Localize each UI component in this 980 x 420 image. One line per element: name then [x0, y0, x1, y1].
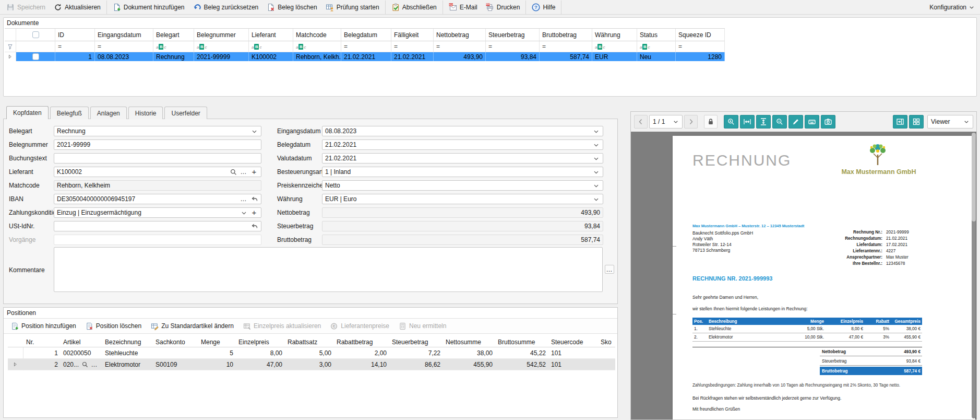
toolbar-button-10[interactable]: ?Hilfe	[528, 1, 559, 14]
toolbar-button-3[interactable]: Dokument hinzufügen	[109, 1, 189, 14]
row-checkbox[interactable]	[32, 53, 39, 60]
positions-row[interactable]: 100200050Stehleuchte58,005,002,007,2238,…	[8, 347, 615, 359]
besteuerungsart-field[interactable]: 1 | Inland	[322, 167, 603, 177]
documents-filter-cell[interactable]: =	[434, 41, 486, 52]
thumbnails-button[interactable]	[909, 115, 924, 129]
toolbar-button-7[interactable]: Abschließen	[387, 1, 441, 14]
comments-more-button[interactable]: …	[605, 265, 614, 274]
toolbar-button-9[interactable]: PDFDrucken	[482, 1, 524, 14]
chevron-down-icon[interactable]	[250, 127, 258, 135]
zoom-out-button[interactable]	[772, 115, 787, 129]
toolbar-button-6[interactable]: Prüfung starten	[321, 1, 384, 14]
positions-button-3[interactable]: Zu Standardartikel ändern	[147, 320, 238, 332]
ust-idnr--field[interactable]	[54, 221, 261, 231]
chevron-down-icon[interactable]	[592, 127, 600, 135]
documents-filter-cell[interactable]: =	[55, 41, 95, 52]
documents-filter-cell[interactable]: aBc	[637, 41, 676, 52]
keyboard-button[interactable]	[805, 115, 819, 129]
viewer-mode-combo[interactable]: Viewer	[927, 115, 973, 129]
positions-button-2[interactable]: Position löschen	[81, 320, 146, 332]
chevron-down-icon[interactable]	[592, 195, 600, 203]
next-page-button[interactable]	[684, 115, 698, 129]
chevron-down-icon[interactable]	[592, 154, 600, 162]
matchcode-field[interactable]: Rehborn, Kelkheim	[54, 180, 261, 191]
documents-column-header[interactable]: Eingangsdatum	[95, 29, 153, 41]
tab-belegfuß[interactable]: Belegfuß	[50, 107, 89, 119]
belegnummer-field[interactable]: 2021-99999	[54, 139, 261, 150]
documents-column-header[interactable]: Bruttobetrag	[540, 29, 592, 41]
documents-column-header[interactable]: Matchcode	[293, 29, 341, 41]
positions-column-header[interactable]: Rabattbetrag	[334, 337, 389, 347]
documents-filter-cell[interactable]: aBc	[194, 41, 249, 52]
chevron-down-icon[interactable]	[592, 181, 600, 190]
documents-row[interactable]: 108.08.2023Rechnung2021-99999K100002Rehb…	[5, 52, 725, 61]
chevron-down-icon[interactable]	[240, 208, 248, 217]
select-all-checkbox-cell[interactable]	[16, 29, 55, 41]
tab-historie[interactable]: Historie	[128, 107, 163, 119]
select-all-checkbox[interactable]	[32, 31, 39, 38]
positions-column-header[interactable]: Sko	[598, 337, 615, 347]
valutadatum-field[interactable]: 21.02.2021	[322, 153, 603, 164]
viewer-scrollbar[interactable]	[972, 133, 976, 418]
belegart-field[interactable]: Rechnung	[54, 126, 261, 136]
positions-column-header[interactable]: Nr.	[23, 337, 61, 347]
währung-field[interactable]: EUR | Euro	[322, 194, 603, 204]
documents-filter-cell[interactable]: =	[676, 41, 725, 52]
documents-column-header[interactable]: Währung	[592, 29, 637, 41]
filter-row-cell[interactable]	[5, 41, 16, 52]
documents-filter-cell[interactable]: aBc	[153, 41, 194, 52]
page-number-combo[interactable]: 1 / 1	[649, 115, 683, 129]
positions-column-header[interactable]: Bezeichnung	[102, 337, 153, 347]
tab-kopfdaten[interactable]: Kopfdaten	[6, 106, 49, 119]
tab-anlagen[interactable]: Anlagen	[90, 107, 127, 119]
documents-filter-cell[interactable]: =	[341, 41, 391, 52]
documents-column-header[interactable]: Steuerbetrag	[486, 29, 540, 41]
snapshot-button[interactable]	[821, 115, 835, 129]
preiskennzeichen-field[interactable]: Netto	[322, 180, 603, 191]
lock-button[interactable]	[704, 115, 718, 129]
toolbar-button-4[interactable]: Beleg zurücksetzen	[189, 1, 263, 14]
documents-column-header[interactable]: Squeeze ID	[676, 29, 725, 41]
iban-field[interactable]: DE30500400000006945197…	[54, 194, 261, 204]
documents-column-header[interactable]: Belegdatum	[341, 29, 391, 41]
positions-column-header[interactable]: Artikel	[61, 337, 102, 347]
toolbar-button-2[interactable]: Aktualisieren	[50, 1, 105, 14]
documents-filter-cell[interactable]: aBc	[293, 41, 341, 52]
lieferant-field[interactable]: K100002…+	[54, 167, 261, 177]
positions-row[interactable]: 2020...…ElektromotorS001091047,003,0014,…	[8, 359, 615, 370]
belegdatum-field[interactable]: 21.02.2021	[322, 139, 603, 150]
documents-column-header[interactable]: Belegart	[153, 29, 194, 41]
search-icon[interactable]	[80, 360, 89, 369]
positions-button-1[interactable]: Position hinzufügen	[7, 320, 80, 332]
chevron-down-icon[interactable]	[592, 168, 600, 176]
positions-column-header[interactable]: Menge	[198, 337, 236, 347]
documents-filter-cell[interactable]: =	[540, 41, 592, 52]
positions-column-header[interactable]: Steuerbetrag	[389, 337, 443, 347]
zahlungskondition-field[interactable]: Einzug | Einzugsermächtigung+	[54, 207, 261, 218]
search-icon[interactable]	[229, 168, 237, 176]
fit-width-button[interactable]	[740, 115, 755, 129]
configuration-menu[interactable]: Konfiguration	[929, 4, 980, 11]
fit-height-button[interactable]	[756, 115, 771, 129]
bruttobetrag-field[interactable]: 587,74	[322, 235, 603, 245]
undo-icon[interactable]	[250, 195, 258, 203]
tab-userfelder[interactable]: Userfelder	[164, 107, 207, 119]
positions-column-header[interactable]: Rabattsatz	[285, 337, 334, 347]
zoom-in-button[interactable]	[724, 115, 738, 129]
toolbar-button-8[interactable]: PDFE-Mail	[445, 1, 482, 14]
add-icon[interactable]: +	[250, 208, 258, 217]
more-icon[interactable]: …	[240, 168, 248, 176]
chevron-down-icon[interactable]	[592, 141, 600, 149]
row-checkbox-cell[interactable]	[16, 52, 55, 61]
eingangsdatum-field[interactable]: 08.08.2023	[322, 126, 603, 136]
steuerbetrag-field[interactable]: 93,84	[322, 221, 603, 231]
undo-icon[interactable]	[250, 222, 258, 230]
toolbar-button-5[interactable]: Beleg löschen	[262, 1, 321, 14]
documents-column-header[interactable]: ID	[55, 29, 95, 41]
add-icon[interactable]: +	[250, 168, 258, 176]
documents-column-header[interactable]: Lieferant	[249, 29, 293, 41]
nettobetrag-field[interactable]: 493,90	[322, 207, 603, 218]
documents-column-header[interactable]: Belegnummer	[194, 29, 249, 41]
annotate-pen-button[interactable]	[788, 115, 803, 129]
documents-filter-cell[interactable]: =	[391, 41, 434, 52]
